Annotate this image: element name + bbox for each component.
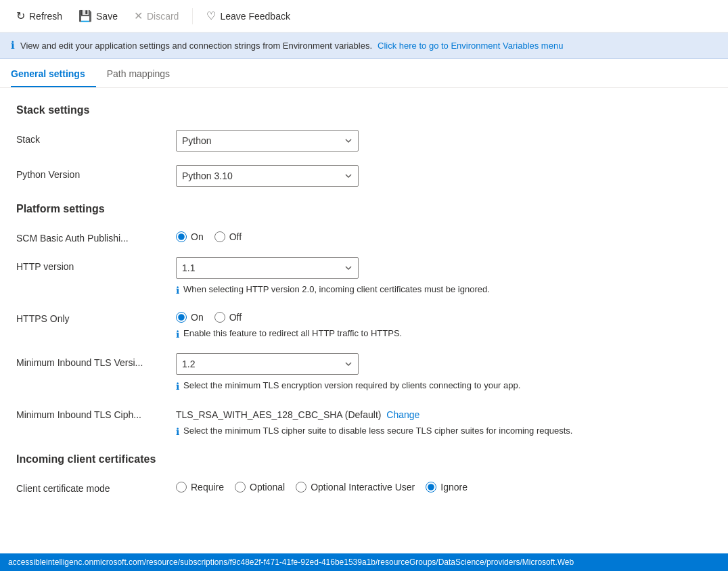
toolbar: ↻ Refresh 💾 Save ✕ Discard ♡ Leave Feedb…: [0, 0, 728, 32]
tab-general[interactable]: General settings: [11, 62, 96, 87]
cert-mode-optional-interactive-label: Optional Interactive User: [311, 482, 415, 493]
min-tls-version-note-icon: ℹ: [176, 381, 179, 392]
stack-select[interactable]: Python .NET PHP Node Java: [176, 130, 359, 152]
info-icon: ℹ: [11, 39, 15, 51]
client-cert-mode-control: Require Optional Optional Interactive Us…: [176, 479, 593, 493]
discard-icon: ✕: [134, 9, 143, 22]
stack-label: Stack: [16, 130, 165, 145]
cert-mode-require-radio[interactable]: [176, 482, 187, 493]
info-banner: ℹ View and edit your application setting…: [0, 32, 728, 59]
client-certs-title: Incoming client certificates: [16, 453, 593, 465]
min-tls-version-label: Minimum Inbound TLS Versi...: [16, 353, 165, 368]
client-cert-mode-label: Client certificate mode: [16, 479, 165, 494]
stack-control: Python .NET PHP Node Java: [176, 130, 593, 152]
cipher-change-link[interactable]: Change: [386, 409, 419, 420]
cert-mode-optional-label: Optional: [250, 482, 285, 493]
scm-auth-on-option[interactable]: On: [176, 231, 204, 242]
http-version-note: ℹ When selecting HTTP version 2.0, incom…: [176, 284, 593, 296]
platform-settings-title: Platform settings: [16, 203, 593, 215]
min-tls-cipher-row: Minimum Inbound TLS Ciph... TLS_RSA_WITH…: [16, 405, 593, 437]
http-version-row: HTTP version 1.1 2.0 ℹ When selecting HT…: [16, 257, 593, 296]
banner-link[interactable]: Click here to go to Environment Variable…: [378, 41, 563, 51]
python-version-row: Python Version Python 3.10 Python 3.9 Py…: [16, 165, 593, 187]
stack-row: Stack Python .NET PHP Node Java: [16, 130, 593, 152]
discard-button[interactable]: ✕ Discard: [129, 5, 184, 26]
https-only-row: HTTPS Only On Off ℹ Enable this feature …: [16, 309, 593, 340]
https-only-note-icon: ℹ: [176, 329, 179, 340]
python-version-select[interactable]: Python 3.10 Python 3.9 Python 3.8: [176, 165, 359, 187]
save-button[interactable]: 💾 Save: [73, 5, 123, 26]
https-only-note-text: Enable this feature to redirect all HTTP…: [183, 328, 402, 338]
scm-auth-radio-group: On Off: [176, 229, 593, 242]
https-only-note: ℹ Enable this feature to redirect all HT…: [176, 328, 593, 340]
cert-mode-ignore-option[interactable]: Ignore: [426, 482, 468, 493]
scm-auth-off-option[interactable]: Off: [214, 231, 242, 242]
client-cert-radio-group: Require Optional Optional Interactive Us…: [176, 479, 593, 493]
scm-auth-on-radio[interactable]: [176, 231, 187, 242]
cert-mode-ignore-radio[interactable]: [426, 482, 436, 493]
cert-mode-ignore-label: Ignore: [440, 482, 468, 493]
min-tls-cipher-control: TLS_RSA_WITH_AES_128_CBC_SHA (Default) C…: [176, 405, 593, 437]
client-cert-mode-row: Client certificate mode Require Optional…: [16, 479, 593, 494]
save-label: Save: [96, 11, 118, 22]
min-tls-version-note-text: Select the minimum TLS encryption versio…: [183, 380, 520, 390]
toolbar-divider: [192, 8, 193, 24]
refresh-button[interactable]: ↻ Refresh: [11, 5, 68, 26]
heart-icon: ♡: [206, 9, 216, 22]
https-only-control: On Off ℹ Enable this feature to redirect…: [176, 309, 593, 340]
cipher-value: TLS_RSA_WITH_AES_128_CBC_SHA (Default) C…: [176, 405, 593, 420]
stack-settings-title: Stack settings: [16, 104, 593, 116]
tab-bar: General settings Path mappings: [0, 62, 728, 88]
http-version-note-icon: ℹ: [176, 285, 179, 296]
refresh-icon: ↻: [16, 9, 25, 22]
http-version-label: HTTP version: [16, 257, 165, 272]
min-tls-version-select[interactable]: 1.0 1.1 1.2: [176, 353, 359, 375]
https-only-on-label: On: [191, 312, 204, 323]
cert-mode-optional-interactive-option[interactable]: Optional Interactive User: [296, 482, 415, 493]
scm-auth-off-radio[interactable]: [214, 231, 225, 242]
scm-auth-label: SCM Basic Auth Publishi...: [16, 229, 165, 244]
https-only-off-radio[interactable]: [214, 312, 225, 323]
scm-auth-off-label: Off: [229, 231, 242, 242]
min-tls-version-row: Minimum Inbound TLS Versi... 1.0 1.1 1.2…: [16, 353, 593, 392]
min-tls-cipher-note-text: Select the minimum TLS cipher suite to d…: [183, 426, 572, 436]
scm-auth-row: SCM Basic Auth Publishi... On Off: [16, 229, 593, 244]
cert-mode-require-option[interactable]: Require: [176, 482, 224, 493]
min-tls-cipher-label: Minimum Inbound TLS Ciph...: [16, 405, 165, 420]
banner-text: View and edit your application settings …: [20, 41, 372, 51]
scm-auth-on-label: On: [191, 231, 204, 242]
https-only-label: HTTPS Only: [16, 309, 165, 324]
feedback-button[interactable]: ♡ Leave Feedback: [201, 5, 296, 26]
https-only-radio-group: On Off: [176, 309, 593, 323]
tab-path-mappings[interactable]: Path mappings: [107, 62, 181, 87]
cert-mode-optional-interactive-radio[interactable]: [296, 482, 306, 493]
http-version-select[interactable]: 1.1 2.0: [176, 257, 359, 279]
https-only-off-label: Off: [229, 312, 242, 323]
https-only-on-radio[interactable]: [176, 312, 187, 323]
cert-mode-optional-option[interactable]: Optional: [235, 482, 285, 493]
https-only-on-option[interactable]: On: [176, 312, 204, 323]
cert-mode-require-label: Require: [191, 482, 224, 493]
min-tls-version-control: 1.0 1.1 1.2 ℹ Select the minimum TLS enc…: [176, 353, 593, 392]
main-content: Stack settings Stack Python .NET PHP Nod…: [0, 88, 609, 521]
refresh-label: Refresh: [29, 11, 62, 22]
discard-label: Discard: [147, 11, 179, 22]
cipher-text: TLS_RSA_WITH_AES_128_CBC_SHA (Default): [176, 409, 381, 420]
cert-mode-optional-radio[interactable]: [235, 482, 246, 493]
http-version-control: 1.1 2.0 ℹ When selecting HTTP version 2.…: [176, 257, 593, 296]
http-version-note-text: When selecting HTTP version 2.0, incomin…: [183, 284, 490, 294]
scm-auth-control: On Off: [176, 229, 593, 242]
https-only-off-option[interactable]: Off: [214, 312, 242, 323]
min-tls-cipher-note-icon: ℹ: [176, 426, 179, 437]
feedback-label: Leave Feedback: [220, 11, 290, 22]
python-version-control: Python 3.10 Python 3.9 Python 3.8: [176, 165, 593, 187]
python-version-label: Python Version: [16, 165, 165, 180]
min-tls-cipher-note: ℹ Select the minimum TLS cipher suite to…: [176, 426, 593, 437]
min-tls-version-note: ℹ Select the minimum TLS encryption vers…: [176, 380, 593, 392]
save-icon: 💾: [78, 9, 92, 22]
